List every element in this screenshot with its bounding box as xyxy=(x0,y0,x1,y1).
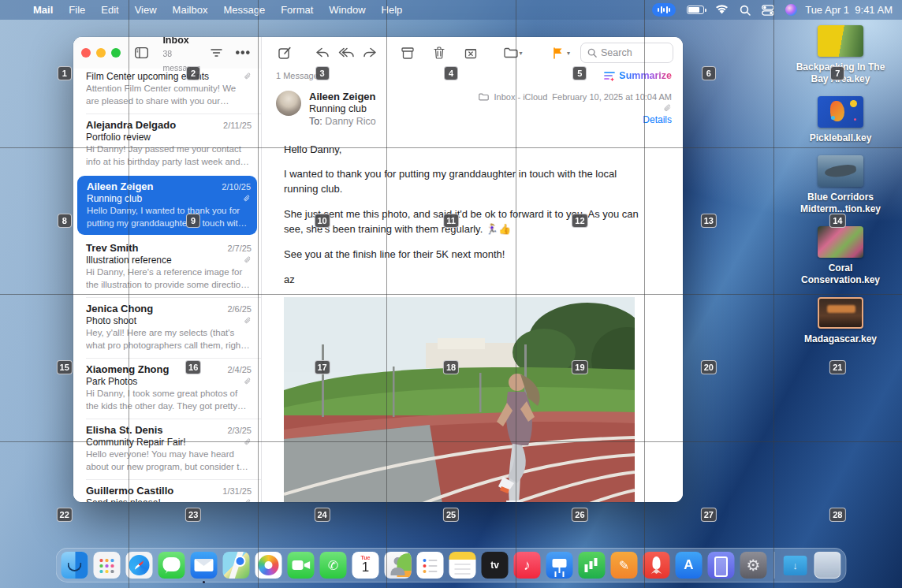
dock-appletv-icon[interactable]: tv xyxy=(482,552,509,579)
menu-item-view[interactable]: View xyxy=(127,4,165,16)
minimize-window-button[interactable] xyxy=(96,48,106,58)
dock-finder-icon[interactable] xyxy=(62,552,88,579)
message-timestamp: February 10, 2025 at 10:04 AM xyxy=(552,91,672,104)
menu-item-edit[interactable]: Edit xyxy=(93,4,126,16)
dock-settings-icon[interactable]: ⚙ xyxy=(740,552,767,579)
message-subject: Park Photos xyxy=(86,376,137,387)
dock-launchpad-icon[interactable] xyxy=(94,552,121,579)
desktop-file[interactable]: Madagascar.key xyxy=(793,297,888,345)
message-row[interactable]: Jenica Chong2/6/25 Photo shoot Hey, y'al… xyxy=(73,297,261,358)
message-row[interactable]: Guillermo Castillo1/31/25 Send pics plea… xyxy=(73,479,261,502)
compose-button[interactable] xyxy=(274,43,295,62)
dock-messages-icon[interactable] xyxy=(158,552,185,579)
close-window-button[interactable] xyxy=(81,48,91,58)
message-date: 2/6/25 xyxy=(227,304,252,314)
desktop-file[interactable]: Pickleball.key xyxy=(793,96,888,144)
body-paragraph: She just sent me this photo, and said it… xyxy=(284,207,640,237)
delete-button[interactable] xyxy=(429,43,449,62)
message-row[interactable]: Film Center upcoming events Attention Fi… xyxy=(73,69,261,114)
menu-item-message[interactable]: Message xyxy=(215,4,273,16)
message-date: 2/3/25 xyxy=(227,426,252,435)
dock-numbers-icon[interactable] xyxy=(579,552,606,579)
archive-button[interactable] xyxy=(397,43,418,62)
dock-keynote-icon[interactable] xyxy=(546,552,573,579)
message-row-selected[interactable]: Aileen Zeigen2/10/25 Running club Hello … xyxy=(77,176,257,235)
menu-bar-clock[interactable]: Tue Apr 1 9:41 AM xyxy=(805,4,893,16)
search-input[interactable]: Search xyxy=(580,43,673,63)
dock-mail-icon[interactable] xyxy=(191,552,218,579)
file-thumbnail[interactable] xyxy=(818,297,863,329)
message-sender: Alejandra Delgado xyxy=(86,119,176,131)
desktop-file[interactable]: Backpacking In The Bay Area.key xyxy=(793,25,888,85)
dock-calendar-icon[interactable]: Tue1 xyxy=(352,552,379,579)
dock-appstore-icon[interactable]: A xyxy=(676,552,703,579)
message-date: 2/11/25 xyxy=(223,121,252,130)
dock-safari-icon[interactable] xyxy=(126,552,153,579)
flag-button[interactable]: ▾ xyxy=(546,43,577,62)
wifi-icon[interactable] xyxy=(715,5,729,15)
zoom-window-button[interactable] xyxy=(111,48,121,58)
search-placeholder: Search xyxy=(601,47,632,58)
file-thumbnail[interactable] xyxy=(818,155,863,187)
more-options-button[interactable]: ••• xyxy=(233,45,253,61)
file-label: Blue Corridors Midterm...tion.key xyxy=(793,192,888,215)
menu-item-mail[interactable]: Mail xyxy=(25,4,61,16)
move-to-folder-button[interactable]: ▾ xyxy=(498,43,528,62)
message-subject: Portfolio review xyxy=(86,132,151,143)
dock-reminders-icon[interactable] xyxy=(417,552,444,579)
grid-cell-label: 24 xyxy=(314,508,330,522)
menu-item-format[interactable]: Format xyxy=(273,4,321,16)
reply-all-button[interactable] xyxy=(336,43,356,62)
menu-item-window[interactable]: Window xyxy=(321,4,373,16)
battery-icon[interactable] xyxy=(687,6,704,14)
dock-trash-icon[interactable] xyxy=(814,552,841,579)
message-row[interactable]: Elisha St. Denis2/3/25 Community Repair … xyxy=(73,419,261,479)
reply-button[interactable] xyxy=(312,43,333,62)
junk-button[interactable] xyxy=(460,43,481,62)
dock-facetime-icon[interactable] xyxy=(288,552,315,579)
mailbox-title: Inbox 38 messages xyxy=(158,37,200,73)
dock-maps-icon[interactable] xyxy=(223,552,250,579)
message-row[interactable]: Alejandra Delgado2/11/25 Portfolio revie… xyxy=(73,114,261,174)
dock-pages-icon[interactable]: ✎ xyxy=(611,552,638,579)
message-row[interactable]: Xiaomeng Zhong2/4/25 Park Photos Hi Dann… xyxy=(73,358,261,419)
message-row[interactable]: Trev Smith2/7/25 Illustration reference … xyxy=(73,236,261,297)
message-subject: Photo shoot xyxy=(86,315,136,326)
header-sender-name: Aileen Zeigen xyxy=(309,91,479,103)
menu-item-file[interactable]: File xyxy=(61,4,93,16)
file-thumbnail[interactable] xyxy=(818,96,863,128)
dock-photos-icon[interactable] xyxy=(255,552,282,579)
voice-control-icon[interactable] xyxy=(652,3,676,17)
dock-music-icon[interactable]: ♪ xyxy=(514,552,541,579)
dock-contacts-icon[interactable] xyxy=(385,552,412,579)
dock-downloads-icon[interactable] xyxy=(782,552,809,579)
forward-button[interactable] xyxy=(360,43,380,62)
message-date: 2/7/25 xyxy=(227,244,252,253)
file-label: Madagascar.key xyxy=(804,333,877,345)
desktop-file[interactable]: Blue Corridors Midterm...tion.key xyxy=(793,155,888,215)
sender-avatar[interactable] xyxy=(276,91,301,116)
mailbox-location: Inbox - iCloud xyxy=(494,91,547,104)
desktop-file[interactable]: Coral Conservation.key xyxy=(793,226,888,286)
attachment-icon xyxy=(243,195,251,203)
dock-notes-icon[interactable] xyxy=(449,552,476,579)
file-thumbnail[interactable] xyxy=(818,226,863,258)
menu-item-mailbox[interactable]: Mailbox xyxy=(165,4,216,16)
summarize-button[interactable]: Summarize xyxy=(604,70,672,81)
menu-item-help[interactable]: Help xyxy=(374,4,411,16)
message-preview: Hello everyone! You may have heard about… xyxy=(86,448,252,473)
siri-icon[interactable] xyxy=(785,4,797,16)
details-link[interactable]: Details xyxy=(643,113,672,127)
control-center-icon[interactable] xyxy=(762,5,774,16)
message-count-label: 1 Message xyxy=(276,71,319,80)
file-thumbnail[interactable] xyxy=(818,25,863,57)
filter-messages-button[interactable] xyxy=(207,45,226,61)
sidebar-toggle-button[interactable] xyxy=(132,45,151,61)
spotlight-search-icon[interactable] xyxy=(740,5,751,16)
dock-phone-icon[interactable]: ✆ xyxy=(320,552,347,579)
dock-iphonemirror-icon[interactable] xyxy=(708,552,735,579)
attached-photo-runner[interactable] xyxy=(284,297,635,502)
header-recipient: To: Danny Rico xyxy=(309,116,479,128)
dock-rocket-icon[interactable] xyxy=(643,552,670,579)
mail-window: Inbox 38 messages ••• Film Center upcomi… xyxy=(73,37,683,502)
